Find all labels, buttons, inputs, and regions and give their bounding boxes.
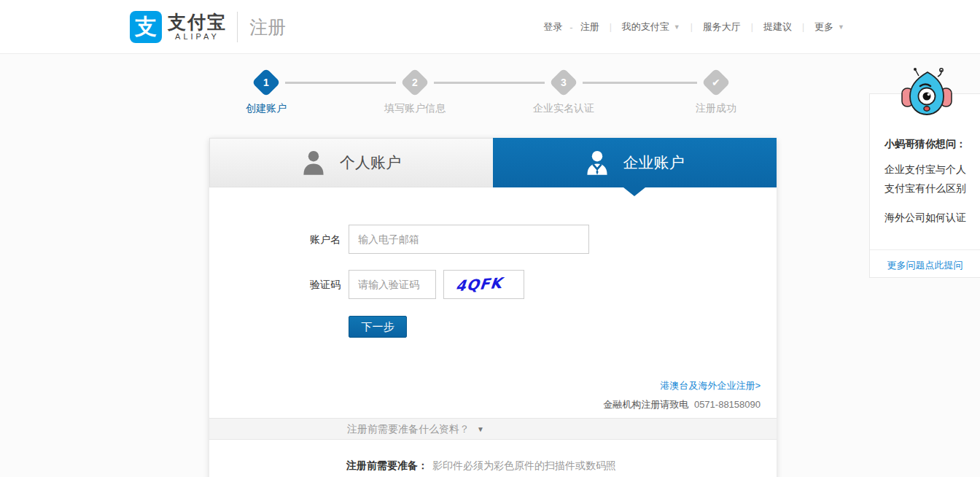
step-1-label: 创建账户	[215, 102, 317, 115]
chevron-down-icon: ▼	[838, 23, 844, 31]
prep-materials-accordion[interactable]: 注册前需要准备什么资料？▼	[209, 418, 777, 440]
progress-steps: 1 2 3 ✔ 创建账户 填写账户信息 企业实名认证 注册成功	[209, 70, 777, 123]
step-connector	[583, 82, 697, 84]
tab-personal-label: 个人账户	[340, 152, 401, 173]
helper-question-1[interactable]: 企业支付宝与个人支付宝有什么区别	[884, 160, 968, 198]
logo-divider	[237, 12, 238, 42]
prep-instructions: 注册前需要准备： 影印件必须为彩色原件的扫描件或数码照	[346, 459, 616, 473]
nav-my-alipay-menu[interactable]: 我的支付宝▼	[622, 20, 680, 34]
brand-text: 支付宝 ALIPAY	[168, 12, 227, 42]
nav-separator: |	[751, 22, 753, 32]
accordion-question: 注册前需要准备什么资料？▼	[347, 419, 484, 440]
page-title: 注册	[249, 15, 286, 39]
helper-panel: 小蚂哥猜你想问： 企业支付宝与个人支付宝有什么区别 海外公司如何认证 更多问题点…	[869, 93, 980, 278]
alipay-logo[interactable]: 支 支付宝 ALIPAY 注册	[130, 11, 286, 43]
account-name-label: 账户名	[209, 225, 341, 254]
header: 支 支付宝 ALIPAY 注册 登录 - 注册 | 我的支付宝▼ | 服务大厅 …	[0, 0, 980, 54]
active-tab-pointer	[623, 187, 645, 196]
nav-login-link[interactable]: 登录	[543, 20, 562, 34]
chevron-down-icon: ▼	[477, 419, 484, 440]
next-step-button[interactable]: 下一步	[349, 316, 407, 338]
alipay-register-page: 支 支付宝 ALIPAY 注册 登录 - 注册 | 我的支付宝▼ | 服务大厅 …	[0, 0, 980, 477]
step-4-label: 注册成功	[665, 102, 767, 115]
step-3-badge: 3	[549, 68, 578, 97]
step-2-badge: 2	[400, 68, 429, 97]
account-type-tabs: 个人账户 企业账户	[209, 138, 777, 187]
finance-note-text: 金融机构注册请致电	[603, 399, 688, 410]
captcha-input[interactable]	[349, 270, 436, 299]
business-person-icon	[586, 150, 609, 176]
nav-more-menu[interactable]: 更多▼	[814, 20, 844, 34]
finance-phone-number: 0571-88158090	[694, 399, 761, 410]
step-2-label: 填写账户信息	[364, 102, 466, 115]
captcha-code: 4QFK	[455, 274, 503, 295]
register-card: 个人账户 企业账户 账户名 验证码 4QFK 下一步 港澳台及海外企业注册> 金…	[209, 138, 777, 477]
nav-separator: |	[610, 22, 612, 32]
more-questions-link[interactable]: 更多问题点此提问	[870, 259, 980, 272]
account-email-input[interactable]	[349, 225, 589, 254]
nav-separator: |	[691, 22, 693, 32]
step-3-label: 企业实名认证	[513, 102, 615, 115]
nav-separator: |	[802, 22, 804, 32]
finance-register-note: 金融机构注册请致电 0571-88158090	[603, 398, 761, 411]
nav-feedback-link[interactable]: 提建议	[763, 20, 792, 34]
tab-enterprise-label: 企业账户	[623, 152, 685, 173]
step-4-check-icon: ✔	[701, 68, 731, 97]
step-connector	[285, 82, 396, 84]
overseas-register-link[interactable]: 港澳台及海外企业注册>	[660, 379, 761, 392]
nav-register-link[interactable]: 注册	[580, 20, 599, 34]
prep-instructions-title: 注册前需要准备：	[346, 459, 428, 471]
chevron-down-icon: ▼	[674, 23, 680, 31]
tab-personal-account[interactable]: 个人账户	[209, 138, 493, 187]
nav-service-hall-link[interactable]: 服务大厅	[703, 20, 741, 34]
xiaomage-mascot-icon	[901, 67, 952, 120]
prep-instructions-text: 影印件必须为彩色原件的扫描件或数码照	[432, 459, 616, 471]
brand-name-cn: 支付宝	[168, 12, 227, 31]
helper-divider	[870, 249, 980, 250]
brand-name-en: ALIPAY	[175, 31, 219, 42]
captcha-label: 验证码	[209, 270, 341, 299]
captcha-image[interactable]: 4QFK	[443, 270, 524, 299]
top-nav: 登录 - 注册 | 我的支付宝▼ | 服务大厅 | 提建议 | 更多▼	[543, 20, 844, 34]
step-1-badge: 1	[252, 68, 281, 97]
step-connector	[434, 82, 545, 84]
person-icon	[302, 150, 325, 176]
helper-title: 小蚂哥猜你想问：	[884, 138, 966, 151]
alipay-logo-icon: 支	[130, 11, 162, 43]
tab-enterprise-account[interactable]: 企业账户	[493, 138, 777, 187]
helper-question-2[interactable]: 海外公司如何认证	[884, 208, 968, 227]
nav-dash-separator: -	[569, 22, 572, 33]
